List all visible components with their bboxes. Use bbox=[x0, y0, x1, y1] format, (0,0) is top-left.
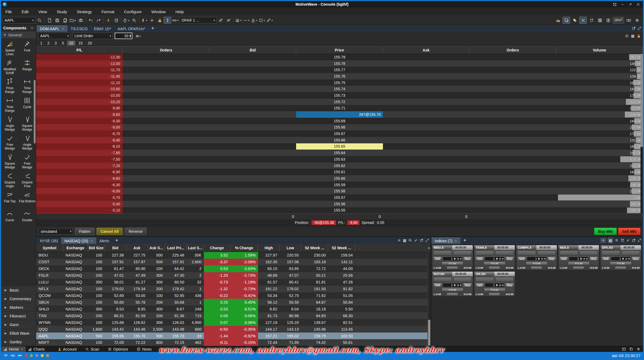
volume-cell[interactable]: 221.5K bbox=[556, 105, 643, 112]
link-icon[interactable] bbox=[18, 353, 22, 358]
ask-box[interactable] bbox=[495, 251, 514, 256]
orders-sell-cell[interactable] bbox=[470, 124, 556, 131]
wifi-icon[interactable] bbox=[4, 353, 8, 358]
ask-cell[interactable] bbox=[383, 99, 470, 105]
buy-button[interactable]: Buy bbox=[632, 257, 640, 261]
bid-cell[interactable] bbox=[210, 67, 296, 73]
bid-cell[interactable] bbox=[210, 169, 296, 175]
qty-stepper[interactable]: 10▲▼ bbox=[115, 33, 132, 39]
menu-help[interactable]: Help bbox=[175, 9, 184, 14]
column-header-ask-s-[interactable]: Ask S... bbox=[148, 244, 165, 252]
stepper-arrows-icon[interactable]: ▲▼ bbox=[129, 34, 131, 38]
general-section-header[interactable]: ▼ General bbox=[1, 31, 36, 38]
column-header-orders[interactable]: Orders bbox=[123, 47, 209, 54]
tool-flat-bottom[interactable]: Flat Bottom bbox=[19, 191, 36, 210]
price-cell[interactable]: 155.55 bbox=[296, 207, 383, 214]
dom-menu-button[interactable]: ≡▾ bbox=[134, 32, 142, 39]
tool-angle-wedge-dot[interactable]: Angle Wedge bbox=[19, 135, 36, 154]
close-button[interactable] bbox=[636, 2, 640, 6]
orders-sell-cell[interactable] bbox=[470, 201, 556, 207]
link-button[interactable]: ▾ bbox=[172, 17, 179, 24]
pan-button[interactable]: ▾ bbox=[122, 17, 130, 24]
column-header-last-s-[interactable]: Last S... bbox=[187, 244, 204, 252]
bid-cell[interactable] bbox=[210, 156, 296, 162]
ask-cell[interactable] bbox=[383, 130, 470, 137]
orders-buy-cell[interactable] bbox=[123, 111, 209, 118]
panel-button-scan[interactable]: Scan bbox=[83, 346, 102, 352]
unlink-icon[interactable] bbox=[11, 353, 15, 358]
column-header-change[interactable]: Change bbox=[204, 244, 230, 252]
ask-box[interactable] bbox=[579, 251, 598, 256]
themes-button[interactable] bbox=[571, 17, 578, 24]
settings-button[interactable] bbox=[636, 347, 640, 351]
cancel-all-button[interactable]: Cancel All bbox=[97, 228, 123, 235]
add-instrument-icon[interactable] bbox=[621, 238, 624, 242]
bid-cell[interactable] bbox=[210, 60, 296, 67]
add-column-button[interactable]: + bbox=[428, 244, 430, 252]
add-tab-button[interactable]: + bbox=[460, 238, 469, 243]
tool-flat-top[interactable]: Flat Top bbox=[1, 191, 19, 210]
grid-icon[interactable]: ▦ bbox=[403, 238, 406, 243]
price-cell[interactable]: 155.64 bbox=[296, 150, 383, 156]
dom-symbol-select[interactable]: AAPL▾ bbox=[38, 33, 70, 39]
tool-double-curve[interactable]: Double bbox=[19, 210, 36, 229]
volume-cell[interactable]: 175.8K bbox=[556, 92, 643, 99]
pages-button[interactable] bbox=[629, 347, 633, 351]
orders-buy-cell[interactable] bbox=[123, 86, 209, 92]
ask-cell[interactable] bbox=[383, 124, 470, 131]
pl-cell[interactable]: -9,00 bbox=[36, 124, 123, 131]
ask-cell[interactable] bbox=[383, 105, 470, 112]
orders-sell-cell[interactable] bbox=[470, 99, 556, 105]
pl-cell[interactable]: -11,70 bbox=[36, 67, 123, 73]
orders-sell-cell[interactable] bbox=[470, 60, 556, 67]
tool-square-wedge[interactable]: Square Wedge bbox=[19, 116, 36, 135]
price-cell[interactable]: 155.79 bbox=[296, 54, 383, 60]
bid-cell[interactable] bbox=[210, 162, 296, 169]
panel-button-news[interactable]: News bbox=[134, 346, 154, 352]
orders-sell-cell[interactable] bbox=[470, 130, 556, 137]
search-plus-icon[interactable] bbox=[615, 238, 619, 242]
buy-button[interactable]: Buy bbox=[590, 257, 598, 261]
price-cell[interactable]: 155.68 bbox=[296, 124, 383, 131]
reverse-button[interactable]: Reverse bbox=[125, 228, 147, 235]
orders-buy-cell[interactable] bbox=[123, 150, 209, 156]
close-tab-icon[interactable] bbox=[454, 240, 457, 242]
quick-qty-1[interactable]: 1 bbox=[38, 41, 44, 46]
new-chart-button[interactable] bbox=[46, 17, 53, 24]
grid-icon[interactable]: ▦ bbox=[608, 238, 613, 243]
tool-fork[interactable]: Fork bbox=[19, 40, 36, 59]
orders-sell-cell[interactable] bbox=[470, 118, 556, 124]
volume-cell[interactable]: 298.2K bbox=[556, 207, 643, 214]
bid-cell[interactable] bbox=[210, 99, 296, 105]
tool-square-wedge-dot[interactable]: Square Wedge bbox=[1, 154, 19, 172]
watchlist-scrollbar[interactable] bbox=[427, 252, 431, 346]
category-basic[interactable]: ▶Basic bbox=[1, 286, 36, 294]
orders-sell-cell[interactable] bbox=[470, 169, 556, 175]
orders-buy-cell[interactable] bbox=[123, 194, 209, 201]
orders-buy-cell[interactable] bbox=[123, 99, 209, 105]
bid-cell[interactable] bbox=[210, 79, 296, 86]
lock-button[interactable] bbox=[637, 34, 641, 38]
watchlist-row-fslr[interactable]: FSLRNASDAQ20047.0147.4930047.302-1.33-2.… bbox=[36, 272, 431, 279]
price-cell[interactable]: 155.69 bbox=[296, 118, 383, 124]
orders-buy-cell[interactable] bbox=[123, 54, 209, 60]
add-tab-button[interactable]: + bbox=[148, 26, 157, 31]
bid-cell[interactable] bbox=[210, 124, 296, 131]
bid-cell[interactable] bbox=[210, 194, 296, 201]
bid-cell[interactable] bbox=[210, 54, 296, 60]
status-dot-1[interactable] bbox=[25, 354, 28, 357]
pl-cell[interactable]: -7,20 bbox=[36, 162, 123, 169]
column-header-low[interactable]: Low bbox=[280, 244, 301, 252]
bid-box[interactable] bbox=[433, 277, 452, 282]
orders-sell-cell[interactable] bbox=[470, 162, 556, 169]
ask-box[interactable] bbox=[453, 277, 472, 282]
tab-aapl-ofa-1m-[interactable]: AAPL OFA®1m* bbox=[114, 26, 148, 32]
volume-cell[interactable]: 192.7K bbox=[556, 150, 643, 156]
quick-qty-10[interactable]: 10 bbox=[67, 41, 75, 46]
tab-indices-7-[interactable]: Indices (7) bbox=[431, 238, 460, 244]
snapshot-button[interactable] bbox=[77, 17, 84, 24]
price-cell[interactable]: 155.60 bbox=[296, 175, 383, 182]
ask-cell[interactable] bbox=[383, 67, 470, 73]
ask-cell[interactable] bbox=[383, 111, 470, 118]
watchlist-row-aapl[interactable]: AAPLNASDAQ500155.65155.70500155.7033-1.4… bbox=[36, 333, 431, 339]
